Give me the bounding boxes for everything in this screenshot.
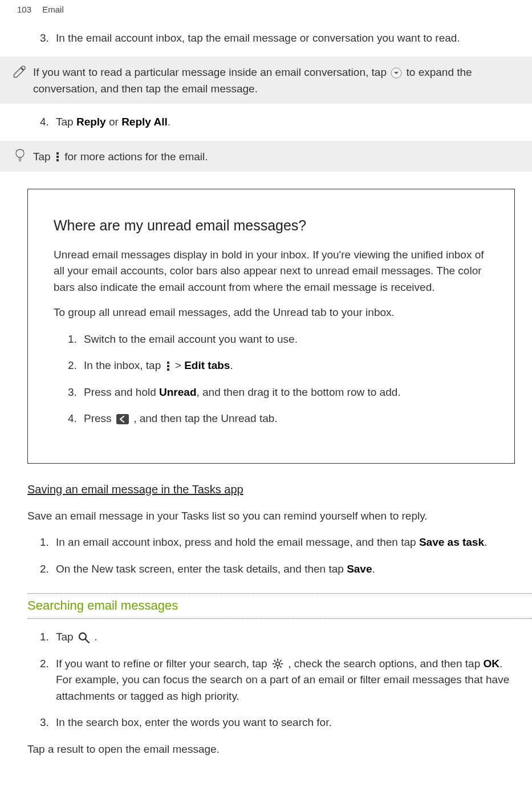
svg-rect-4 [56,159,59,161]
step-number: 3. [68,384,84,401]
page-header: 103 Email [0,0,532,20]
step-text: Tap . [56,629,515,646]
save-label: Save [347,563,372,575]
list-item: 3. In the email account inbox, tap the e… [40,30,515,47]
step-number: 2. [40,561,56,578]
back-icon [116,413,129,425]
pencil-icon [11,63,29,79]
svg-line-18 [274,666,275,668]
info-para: To group all unread email messages, add … [54,305,494,321]
settings-icon [271,658,284,670]
section-name: Email [42,5,64,14]
step-number: 3. [40,30,56,47]
ok-label: OK [483,658,499,670]
divider [27,593,532,594]
step-text: Switch to the email account you want to … [84,331,494,348]
svg-rect-8 [116,414,129,424]
search-icon [78,631,90,644]
list-item: 2. In the inbox, tap > Edit tabs. [68,358,494,374]
info-heading: Where are my unread email messages? [54,215,494,237]
step-text: In the search box, enter the words you w… [56,715,515,731]
tip-block: Tap for more actions for the email. [0,141,532,172]
info-box: Where are my unread email messages? Unre… [27,189,515,464]
lightbulb-icon [11,148,29,164]
step-number: 3. [40,715,56,731]
step-text: Press , and then tap the Unread tab. [84,411,494,427]
svg-point-1 [16,149,24,157]
list-item: 4. Tap Reply or Reply All. [40,114,515,131]
step-text: In the email account inbox, tap the emai… [56,30,515,47]
save-as-task-label: Save as task [419,536,484,548]
step-text: Press and hold Unread, and then drag it … [84,384,494,401]
step-text: In an email account inbox, press and hol… [56,534,515,551]
section-heading: Saving an email message in the Tasks app [27,481,515,498]
info-para: Unread email messages display in bold in… [54,247,494,296]
list-item: 1. Tap . [40,629,515,646]
step-text: Tap Reply or Reply All. [56,114,515,131]
list-item: 3. In the search box, enter the words yo… [40,715,515,731]
step-text: In the inbox, tap > Edit tabs. [84,358,494,374]
step-number: 4. [68,411,84,427]
expand-arrow-icon [391,67,402,79]
svg-rect-5 [167,362,169,364]
list-item: 2. If you want to refine or filter your … [40,656,515,705]
svg-line-10 [86,639,89,643]
reply-label: Reply [76,116,106,128]
step-text: If you want to refine or filter your sea… [56,656,515,705]
more-menu-icon [55,151,60,163]
svg-rect-3 [56,156,59,158]
list-item: 4. Press , and then tap the Unread tab. [68,411,494,427]
step-number: 1. [68,331,84,348]
step-number: 1. [40,629,56,646]
step-number: 4. [40,114,56,131]
note-block: If you want to read a particular message… [0,56,532,104]
step-number: 2. [40,656,56,705]
svg-rect-2 [56,152,59,155]
unread-label: Unread [159,386,196,398]
edit-tabs-label: Edit tabs [184,359,230,371]
svg-line-16 [274,660,275,662]
step-number: 2. [68,358,84,374]
divider [27,618,532,619]
more-menu-icon [165,360,171,372]
section-heading: Searching email messages [27,596,515,615]
svg-rect-7 [167,368,169,371]
tip-text: Tap for more actions for the email. [33,148,515,165]
section-tail: Tap a result to open the email message. [27,741,515,758]
note-text: If you want to read a particular message… [33,63,515,97]
section-intro: Save an email message in your Tasks list… [27,508,515,525]
list-item: 3. Press and hold Unread, and then drag … [68,384,494,401]
page-number: 103 [17,5,31,14]
list-item: 2. On the New task screen, enter the tas… [40,561,515,578]
svg-line-17 [280,666,282,668]
svg-rect-6 [167,365,169,367]
list-item: 1. Switch to the email account you want … [68,331,494,348]
reply-all-label: Reply All [121,116,168,128]
list-item: 1. In an email account inbox, press and … [40,534,515,551]
step-number: 1. [40,534,56,551]
step-text: On the New task screen, enter the task d… [56,561,515,578]
svg-point-11 [276,662,279,666]
svg-line-19 [280,660,282,662]
